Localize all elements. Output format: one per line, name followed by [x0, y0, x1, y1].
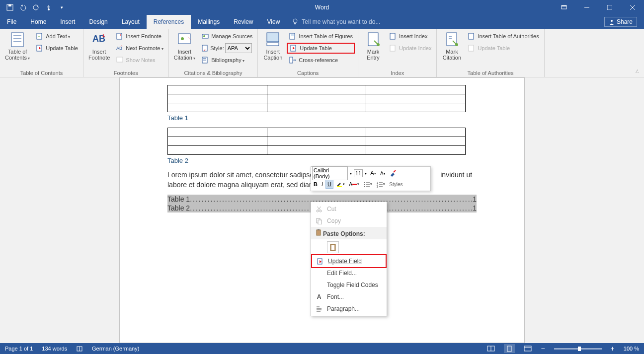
index-icon [389, 32, 397, 40]
zoom-level[interactable]: 100 % [624, 346, 639, 352]
font-icon: A [315, 293, 323, 301]
touch-mode-button[interactable] [43, 1, 55, 13]
undo-button[interactable] [17, 1, 29, 13]
insert-index-button[interactable]: Insert Index [387, 31, 433, 42]
mark-entry-icon [365, 32, 381, 48]
cross-reference-button[interactable]: Cross-reference [287, 55, 355, 66]
status-words[interactable]: 134 words [42, 346, 67, 352]
ctx-copy: Copy [311, 215, 387, 227]
tab-insert[interactable]: Insert [53, 15, 82, 29]
caption-icon [265, 32, 281, 48]
redo-button[interactable] [30, 1, 42, 13]
svg-rect-35 [267, 33, 279, 42]
svg-point-46 [455, 43, 458, 46]
ctx-toggle-field-codes[interactable]: Toggle Field Codes [311, 279, 387, 291]
svg-rect-82 [524, 346, 531, 351]
insert-endnote-button[interactable]: iInsert Endnote [114, 31, 165, 42]
underline-button[interactable]: U [325, 180, 333, 189]
zoom-slider[interactable] [554, 348, 602, 350]
styles-button[interactable]: Styles [388, 181, 404, 188]
maximize-button[interactable] [598, 0, 621, 15]
status-page[interactable]: Page 1 of 1 [5, 346, 33, 352]
ribbon-display-button[interactable] [553, 0, 575, 15]
group-citations: Insert Citation Manage Sources Style: AP… [169, 29, 258, 77]
paste-keep-formatting-button[interactable] [327, 241, 339, 253]
ctx-cut: Cut [311, 203, 387, 215]
save-button[interactable] [4, 1, 16, 13]
shrink-font-button[interactable]: A▾ [379, 170, 387, 177]
ctx-update-field[interactable]: Update Field [312, 255, 386, 267]
bold-button[interactable]: B [312, 180, 319, 188]
tab-references[interactable]: References [147, 15, 191, 29]
collapse-ribbon-button[interactable]: ㄥ [635, 68, 640, 75]
insert-footnote-button[interactable]: AB1 Insert Footnote [86, 31, 112, 62]
ctx-edit-field[interactable]: Edit Field... [311, 267, 387, 279]
tab-layout[interactable]: Layout [115, 15, 147, 29]
read-mode-button[interactable] [487, 345, 495, 352]
highlight-icon [336, 181, 343, 188]
quick-access-toolbar: ▾ [0, 1, 68, 13]
highlight-button[interactable]: ▾ [334, 180, 346, 189]
bullets-button[interactable]: ▾ [362, 180, 374, 189]
update-captions-table-button[interactable]: Update Table [287, 43, 355, 54]
app-title: Word [315, 4, 329, 11]
table-1[interactable] [167, 85, 466, 112]
tab-view[interactable]: View [260, 15, 287, 29]
tab-file[interactable]: File [0, 15, 23, 29]
tab-home[interactable]: Home [23, 15, 53, 29]
tab-mailings[interactable]: Mailings [191, 15, 227, 29]
ctx-font[interactable]: AFont... [311, 291, 387, 303]
caption-table-2[interactable]: Table 2 [167, 157, 477, 164]
italic-button[interactable]: I [320, 180, 324, 188]
format-painter-button[interactable] [388, 168, 399, 178]
status-language[interactable]: German (Germany) [92, 346, 139, 352]
group-footnotes: AB1 Insert Footnote iInsert Endnote AB1N… [83, 29, 169, 77]
table-of-contents-button[interactable]: Table of Contents [3, 31, 32, 62]
tab-design[interactable]: Design [82, 15, 114, 29]
insert-table-of-figures-button[interactable]: Insert Table of Figures [287, 31, 355, 42]
update-toc-button[interactable]: Update Table [34, 43, 80, 54]
table-2[interactable] [167, 128, 466, 155]
svg-point-42 [377, 43, 380, 46]
ribbon: Table of Contents +Add Text Update Table… [0, 29, 644, 77]
update-icon [389, 44, 397, 52]
sources-icon [201, 32, 209, 40]
print-layout-button[interactable] [504, 344, 515, 353]
mark-entry-button[interactable]: Mark Entry [361, 31, 385, 62]
next-footnote-button[interactable]: AB1Next Footnote [114, 43, 165, 54]
svg-rect-48 [469, 45, 474, 51]
toa-icon [468, 32, 476, 40]
svg-rect-1 [8, 4, 11, 6]
numbering-button[interactable]: 123▾ [375, 180, 387, 189]
close-button[interactable] [621, 0, 644, 15]
font-size-selector[interactable]: 11 [354, 169, 363, 177]
tab-review[interactable]: Review [227, 15, 260, 29]
svg-rect-13 [11, 33, 23, 47]
insert-citation-button[interactable]: Insert Citation [172, 31, 198, 62]
web-layout-button[interactable] [524, 345, 532, 352]
insert-toa-button[interactable]: Insert Table of Authorities [466, 31, 541, 42]
add-text-button[interactable]: +Add Text [34, 31, 80, 42]
citation-style-selector[interactable]: Style: APA [199, 43, 254, 54]
qat-customize-button[interactable]: ▾ [56, 1, 68, 13]
svg-rect-7 [607, 5, 612, 10]
manage-sources-button[interactable]: Manage Sources [199, 31, 254, 42]
insert-caption-button[interactable]: Insert Caption [261, 31, 285, 62]
tell-me-search[interactable]: Tell me what you want to do... [287, 15, 385, 29]
grow-font-button[interactable]: A▴ [369, 169, 378, 178]
mark-citation-button[interactable]: Mark Citation [440, 31, 464, 62]
ctx-paste-options [311, 239, 387, 255]
minimize-button[interactable] [575, 0, 598, 15]
svg-point-63 [320, 210, 322, 212]
status-proofing[interactable] [76, 345, 83, 352]
update-icon [36, 44, 44, 52]
zoom-out-button[interactable]: − [541, 345, 545, 353]
share-button[interactable]: Share [597, 15, 644, 29]
font-selector[interactable]: Calibri (Body) [312, 166, 348, 180]
font-color-button[interactable]: A▾ [347, 180, 361, 188]
bibliography-button[interactable]: Bibliography [199, 55, 254, 66]
caption-table-1[interactable]: Table 1 [167, 114, 477, 122]
ctx-paragraph[interactable]: Paragraph... [311, 303, 387, 315]
style-dropdown[interactable]: APA [225, 43, 252, 53]
zoom-in-button[interactable]: + [611, 345, 615, 353]
